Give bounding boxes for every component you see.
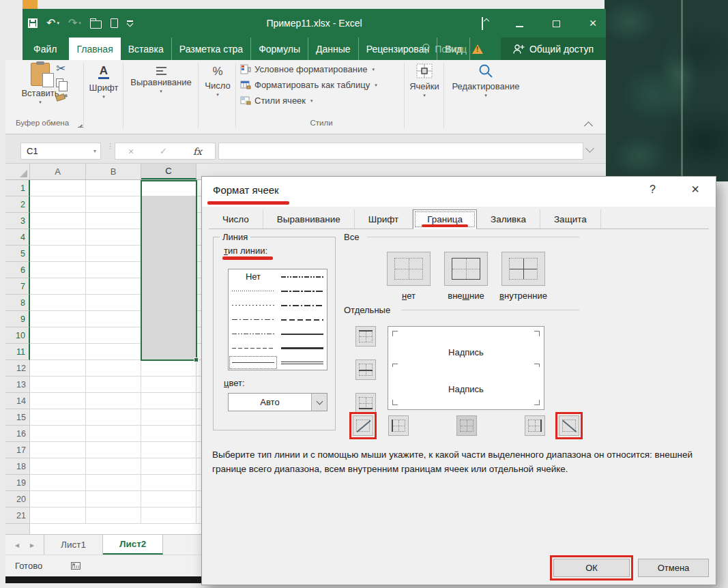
cell-b[interactable] <box>86 442 141 458</box>
cell-b[interactable] <box>86 475 141 491</box>
sheet-tab[interactable]: Лист2 <box>103 535 163 555</box>
macro-record-icon[interactable] <box>71 562 81 570</box>
alignment-group-button[interactable]: Выравнивание ▾ <box>126 63 196 94</box>
dialog-tab[interactable]: Защита <box>540 209 601 229</box>
ribbon-display-options-button[interactable] <box>482 17 483 30</box>
cell-c[interactable] <box>141 180 196 196</box>
preset-outline-button[interactable] <box>444 252 488 286</box>
cell-a[interactable] <box>30 295 86 311</box>
cell-b[interactable] <box>86 426 141 442</box>
cell-a[interactable] <box>30 246 86 262</box>
row-header[interactable]: 4 <box>5 229 30 246</box>
cell-a[interactable] <box>30 475 86 491</box>
row-header[interactable]: 15 <box>5 409 30 426</box>
border-bottom-button[interactable] <box>355 393 376 413</box>
cell-a[interactable] <box>30 458 86 475</box>
dialog-tab[interactable]: Шрифт <box>355 209 413 229</box>
row-header[interactable]: 10 <box>5 327 30 344</box>
ribbon-tab[interactable]: Разметка стра <box>172 38 251 60</box>
cut-button[interactable]: ✂ <box>56 63 65 74</box>
row-header[interactable]: 5 <box>5 246 30 262</box>
line-style-option[interactable] <box>278 298 327 312</box>
format-painter-button[interactable] <box>55 93 65 102</box>
copy-button[interactable] <box>56 78 63 87</box>
border-diagonal-up-button[interactable] <box>353 415 373 436</box>
cell-b[interactable] <box>86 344 141 360</box>
maximize-button[interactable] <box>553 20 560 27</box>
formula-input[interactable] <box>218 143 583 160</box>
cell-c[interactable] <box>141 327 196 344</box>
cell-b[interactable] <box>86 278 141 295</box>
cell-a[interactable] <box>30 409 86 426</box>
cell-b[interactable] <box>86 458 141 475</box>
cell-b[interactable] <box>86 229 141 246</box>
cell-styles-button[interactable]: Стили ячеек▾ <box>240 95 313 106</box>
cell-c[interactable] <box>141 409 196 426</box>
number-group-button[interactable]: % Число ▾ <box>201 63 235 98</box>
cells-group-button[interactable]: Ячейки ▾ <box>407 63 442 98</box>
cell-a[interactable] <box>30 196 86 213</box>
ribbon-tab[interactable]: Рецензирован <box>359 38 438 60</box>
cell-c[interactable] <box>141 458 196 475</box>
cell-a[interactable] <box>30 344 86 360</box>
close-button[interactable]: × <box>587 16 599 31</box>
row-header[interactable]: 21 <box>5 508 30 524</box>
row-header[interactable]: 7 <box>5 278 30 295</box>
border-top-button[interactable] <box>355 326 376 347</box>
next-sheet-icon[interactable]: ▸ <box>30 540 34 550</box>
cell-c[interactable] <box>141 311 196 327</box>
dialog-close-button[interactable]: × <box>691 181 699 197</box>
dialog-help-button[interactable]: ? <box>650 183 656 196</box>
row-header[interactable]: 17 <box>5 442 30 458</box>
cell-a[interactable] <box>30 508 86 524</box>
line-style-option[interactable] <box>229 341 278 355</box>
cell-b[interactable] <box>86 246 141 262</box>
editing-group-button[interactable]: Редактирование ▾ <box>446 63 525 98</box>
insert-function-icon[interactable]: fx <box>193 146 202 157</box>
expand-formula-bar-icon[interactable] <box>585 144 594 153</box>
column-header-c[interactable]: C <box>141 164 196 179</box>
name-box[interactable]: C1 ▾ <box>20 143 101 160</box>
ribbon-tab[interactable]: Главная <box>69 38 120 60</box>
cell-c[interactable] <box>141 360 196 377</box>
line-style-option[interactable] <box>278 269 327 284</box>
row-header[interactable]: 6 <box>5 262 30 278</box>
cell-c[interactable] <box>141 442 196 458</box>
cell-c[interactable] <box>141 475 196 491</box>
ok-button[interactable]: ОК <box>553 559 630 577</box>
cell-b[interactable] <box>86 295 141 311</box>
cell-b[interactable] <box>86 491 141 508</box>
line-style-option[interactable] <box>278 341 327 355</box>
line-style-option[interactable] <box>278 327 327 341</box>
cell-c[interactable] <box>141 393 196 409</box>
cell-b[interactable] <box>86 409 141 426</box>
cell-b[interactable] <box>86 377 141 393</box>
cell-b[interactable] <box>86 508 141 524</box>
collapse-ribbon-button[interactable] <box>584 121 593 130</box>
border-right-button[interactable] <box>525 415 545 436</box>
row-header[interactable]: 16 <box>5 426 30 442</box>
cell-c[interactable] <box>141 229 196 246</box>
line-style-option[interactable] <box>229 355 278 370</box>
conditional-formatting-button[interactable]: Условное форматирование▾ <box>240 64 375 74</box>
line-style-option[interactable] <box>278 355 327 370</box>
row-header[interactable]: 14 <box>5 393 30 409</box>
cell-a[interactable] <box>30 278 86 295</box>
border-preview[interactable]: Надпись Надпись <box>388 326 544 410</box>
cell-b[interactable] <box>86 311 141 327</box>
cell-a[interactable] <box>30 360 86 377</box>
row-header[interactable]: 18 <box>5 458 30 475</box>
cell-c[interactable] <box>141 278 196 295</box>
paste-button[interactable]: Вставить ▾ <box>23 63 58 105</box>
cell-c[interactable] <box>141 377 196 393</box>
dialog-tab[interactable]: Число <box>209 209 263 229</box>
row-header[interactable]: 13 <box>5 377 30 393</box>
dialog-tab[interactable]: Выравнивание <box>263 209 355 229</box>
row-header[interactable]: 1 <box>5 180 30 196</box>
row-header[interactable]: 20 <box>5 491 30 508</box>
cell-c[interactable] <box>141 426 196 442</box>
preset-none-button[interactable] <box>387 252 431 286</box>
border-horizontal-middle-button[interactable] <box>355 359 376 380</box>
border-left-button[interactable] <box>388 415 409 436</box>
enter-entry-icon[interactable]: ✓ <box>160 146 167 156</box>
